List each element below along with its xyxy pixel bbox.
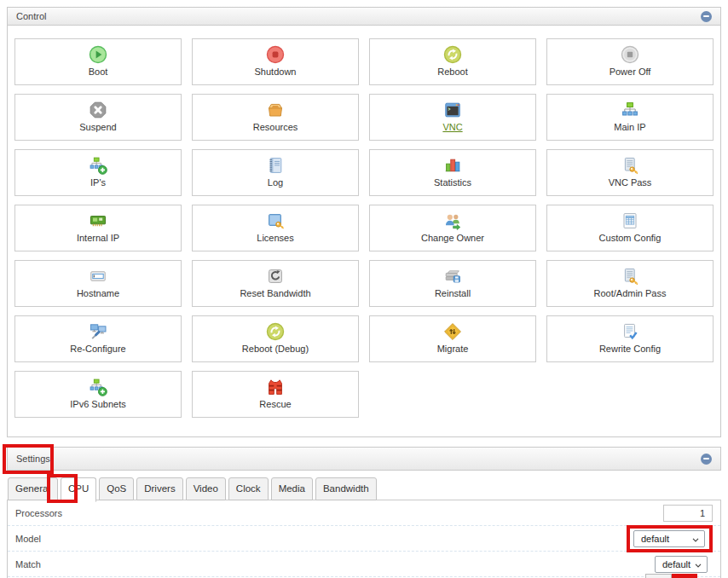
- control-panel-title: Control: [16, 11, 46, 21]
- boot-icon: [88, 43, 108, 66]
- shutdown-icon: [265, 43, 286, 66]
- model-select[interactable]: default: [633, 530, 705, 547]
- control-button-label: Boot: [89, 66, 108, 77]
- control-button-label: Licenses: [257, 233, 293, 243]
- control-button-migrate[interactable]: Migrate: [369, 315, 536, 362]
- control-button-label[interactable]: VNC: [442, 122, 462, 132]
- control-button-label: Power Off: [610, 66, 651, 77]
- partial-input-fragment: [645, 574, 672, 578]
- processors-input[interactable]: 1: [663, 505, 713, 522]
- control-button-reboot[interactable]: Reboot: [369, 38, 536, 85]
- control-button-vnc-pass[interactable]: VNC Pass: [546, 149, 714, 196]
- control-panel-header: Control: [8, 8, 720, 26]
- collapse-button[interactable]: [701, 454, 712, 465]
- tab-cpu[interactable]: CPU: [61, 477, 96, 502]
- minus-circle-icon: [703, 458, 709, 460]
- control-button-licenses[interactable]: Licenses: [192, 205, 359, 251]
- control-button-label: Migrate: [437, 344, 469, 354]
- control-button-boot[interactable]: Boot: [14, 38, 182, 85]
- selected-option: default: [662, 559, 695, 569]
- control-button-label: Suspend: [79, 122, 116, 132]
- settings-row-label: Model: [15, 534, 633, 544]
- control-button-suspend[interactable]: Suspend: [14, 94, 182, 141]
- ipv6-subnets-icon: [88, 376, 108, 398]
- control-button-label: Hostname: [77, 288, 119, 298]
- settings-row-label: Match: [15, 559, 655, 569]
- tab-drivers[interactable]: Drivers: [136, 477, 182, 500]
- change-owner-icon: [442, 210, 463, 232]
- ips-icon: [88, 154, 108, 176]
- reboot-icon: [442, 43, 463, 66]
- page: Control BootShutdownRebootPower OffSuspe…: [0, 0, 728, 578]
- control-button-grid: BootShutdownRebootPower OffSuspendResour…: [14, 38, 714, 418]
- tab-video[interactable]: Video: [186, 477, 226, 500]
- internal-ip-icon: [88, 210, 108, 232]
- control-button-rescue[interactable]: Rescue: [192, 371, 359, 418]
- match-select[interactable]: default: [655, 556, 708, 573]
- control-button-reset-bandwidth[interactable]: Reset Bandwidth: [192, 260, 359, 307]
- control-button-label: Shutdown: [255, 66, 297, 77]
- control-button-rewrite-config[interactable]: Rewrite Config: [546, 315, 714, 362]
- tab-general[interactable]: General: [8, 477, 58, 500]
- minus-circle-icon: [703, 15, 709, 17]
- control-button-power-off[interactable]: Power Off: [546, 38, 714, 85]
- control-panel: Control BootShutdownRebootPower OffSuspe…: [7, 7, 721, 437]
- reinstall-icon: [442, 265, 463, 287]
- reset-bandwidth-icon: [265, 265, 286, 287]
- control-button-label: Reinstall: [435, 288, 471, 298]
- control-button-label: Reset Bandwidth: [240, 288, 310, 298]
- settings-content: Processors1ModeldefaultMatchdefault: [7, 500, 721, 578]
- control-button-vnc[interactable]: VNC: [369, 94, 536, 141]
- control-button-shutdown[interactable]: Shutdown: [192, 38, 359, 85]
- control-button-label: Rewrite Config: [599, 344, 661, 354]
- control-button-ip-s[interactable]: IP's: [14, 149, 182, 196]
- control-button-reboot-debug[interactable]: Reboot (Debug): [192, 315, 359, 362]
- control-button-custom-config[interactable]: Custom Config: [546, 205, 714, 251]
- collapse-button[interactable]: [701, 11, 712, 22]
- settings-row-match: Matchdefault: [8, 552, 720, 577]
- control-button-change-owner[interactable]: Change Owner: [369, 205, 536, 251]
- settings-row-label: Processors: [15, 508, 663, 518]
- tab-qos[interactable]: QoS: [99, 477, 134, 500]
- licenses-icon: [265, 210, 286, 232]
- resources-icon: [265, 99, 286, 121]
- control-button-label: Root/Admin Pass: [594, 288, 667, 298]
- settings-tab-bar: GeneralCPUQoSDriversVideoClockMediaBandw…: [8, 477, 377, 502]
- vnc-icon: [442, 99, 463, 121]
- tab-clock[interactable]: Clock: [228, 477, 269, 500]
- control-button-label: Change Owner: [421, 233, 484, 243]
- control-button-main-ip[interactable]: Main IP: [546, 94, 714, 141]
- hostname-icon: [88, 265, 108, 287]
- chevron-down-icon: [695, 559, 702, 569]
- control-button-label: IP's: [90, 177, 106, 188]
- settings-row-processors: Processors1: [8, 500, 720, 526]
- migrate-icon: [442, 321, 463, 343]
- control-button-hostname[interactable]: Hostname: [14, 260, 182, 307]
- control-button-label: Internal IP: [77, 233, 119, 243]
- control-button-log[interactable]: Log: [192, 149, 359, 196]
- control-button-statistics[interactable]: Statistics: [369, 149, 536, 196]
- custom-config-icon: [620, 210, 640, 232]
- tab-bandwidth[interactable]: Bandwidth: [315, 477, 377, 500]
- statistics-icon: [442, 154, 463, 176]
- control-button-label: Statistics: [434, 177, 471, 188]
- tab-media[interactable]: Media: [271, 477, 313, 500]
- rewrite-config-icon: [620, 321, 640, 343]
- control-button-label: Resources: [253, 122, 298, 132]
- control-button-ipv6-subnets[interactable]: IPv6 Subnets: [14, 371, 182, 418]
- settings-panel-title: Settings: [16, 454, 50, 464]
- settings-panel-header: Settings: [7, 447, 721, 471]
- control-button-re-configure[interactable]: Re-Configure: [14, 315, 182, 362]
- suspend-icon: [88, 99, 108, 121]
- control-button-resources[interactable]: Resources: [192, 94, 359, 141]
- control-button-internal-ip[interactable]: Internal IP: [14, 205, 182, 251]
- reboot-debug-icon: [265, 321, 286, 343]
- chevron-down-icon: [692, 534, 699, 544]
- log-icon: [265, 154, 286, 176]
- control-button-label: Custom Config: [599, 233, 662, 243]
- control-button-label: Rescue: [259, 399, 291, 409]
- control-button-label: IPv6 Subnets: [70, 399, 125, 409]
- control-button-reinstall[interactable]: Reinstall: [369, 260, 536, 307]
- control-button-root-admin-pass[interactable]: Root/Admin Pass: [546, 260, 714, 307]
- control-button-label: Log: [268, 177, 283, 188]
